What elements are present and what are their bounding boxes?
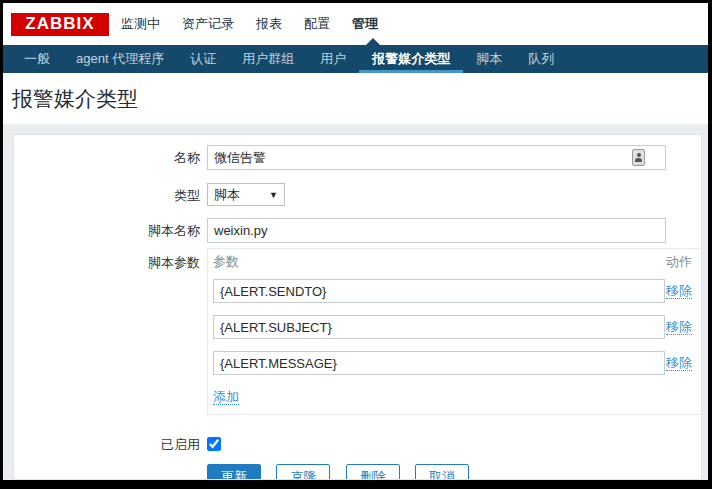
top-nav: 监测中 资产记录 报表 配置 管理 (121, 15, 378, 33)
param-row-message: 移除 (213, 351, 692, 375)
script-params-row: 脚本参数 参数 动作 移除 移除 (14, 248, 701, 415)
name-input[interactable] (207, 145, 666, 170)
sub-nav: 一般 agent 代理程序 认证 用户群组 用户 报警媒介类型 脚本 队列 (3, 45, 708, 73)
type-select[interactable]: 脚本 ▼ (207, 183, 285, 206)
delete-button[interactable]: 删除 (346, 464, 400, 480)
subnav-general[interactable]: 一般 (11, 45, 63, 73)
subnav-queue[interactable]: 队列 (515, 45, 567, 73)
remove-param-sendto-link[interactable]: 移除 (666, 283, 692, 299)
enabled-checkbox[interactable] (207, 437, 221, 451)
app-window: ZABBIX 监测中 资产记录 报表 配置 管理 一般 agent 代理程序 认… (0, 0, 712, 489)
param-row-subject: 移除 (213, 315, 692, 339)
media-type-form-card: 名称 类型 脚本 ▼ (13, 134, 702, 480)
params-table-header: 参数 动作 (213, 253, 692, 271)
name-label: 名称 (14, 145, 207, 170)
zabbix-logo[interactable]: ZABBIX (11, 13, 109, 36)
nav-reports[interactable]: 报表 (256, 15, 282, 33)
nav-monitoring[interactable]: 监测中 (121, 15, 160, 33)
script-params-table: 参数 动作 移除 移除 移除 (207, 248, 702, 415)
add-param-link[interactable]: 添加 (213, 389, 239, 405)
script-name-row: 脚本名称 (14, 218, 701, 243)
subnav-users[interactable]: 用户 (307, 45, 359, 73)
cancel-button[interactable]: 取消 (415, 464, 469, 480)
param-input-message[interactable] (213, 351, 665, 375)
remove-param-message-link[interactable]: 移除 (666, 355, 692, 371)
chevron-down-icon: ▼ (269, 190, 278, 200)
clone-button[interactable]: 克隆 (276, 464, 330, 480)
type-label: 类型 (14, 183, 207, 208)
subnav-proxies[interactable]: agent 代理程序 (63, 45, 177, 73)
enabled-row: 已启用 (14, 437, 701, 455)
script-params-label: 脚本参数 (14, 248, 207, 272)
form-buttons-row: 更新 克隆 删除 取消 (14, 464, 701, 480)
page-header: 报警媒介类型 (3, 73, 708, 124)
param-input-sendto[interactable] (213, 279, 665, 303)
subnav-media-types[interactable]: 报警媒介类型 (359, 45, 463, 73)
param-row-sendto: 移除 (213, 279, 692, 303)
subnav-authentication[interactable]: 认证 (177, 45, 229, 73)
autofill-icon (632, 149, 645, 166)
action-column-header: 动作 (666, 253, 692, 271)
enabled-label: 已启用 (14, 437, 207, 453)
nav-configuration[interactable]: 配置 (304, 15, 330, 33)
page-title: 报警媒介类型 (12, 87, 708, 111)
main-content: 名称 类型 脚本 ▼ (3, 124, 708, 480)
nav-inventory[interactable]: 资产记录 (182, 15, 234, 33)
script-name-input[interactable] (207, 218, 666, 243)
update-button[interactable]: 更新 (207, 464, 261, 480)
param-column-header: 参数 (213, 253, 239, 271)
top-bar: ZABBIX 监测中 资产记录 报表 配置 管理 (3, 3, 708, 45)
subnav-user-groups[interactable]: 用户群组 (229, 45, 307, 73)
subnav-scripts[interactable]: 脚本 (463, 45, 515, 73)
param-input-subject[interactable] (213, 315, 665, 339)
type-select-value: 脚本 (214, 186, 240, 204)
remove-param-subject-link[interactable]: 移除 (666, 319, 692, 335)
script-name-label: 脚本名称 (14, 218, 207, 243)
name-row: 名称 (14, 145, 701, 170)
nav-administration[interactable]: 管理 (352, 15, 378, 33)
type-row: 类型 脚本 ▼ (14, 183, 701, 208)
